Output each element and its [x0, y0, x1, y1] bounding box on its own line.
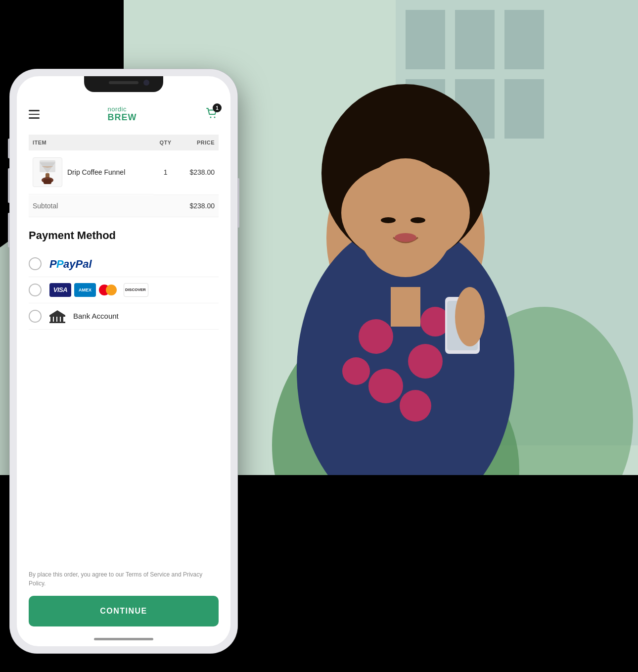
paypal-option[interactable]: P P ayPal — [29, 251, 219, 277]
svg-point-15 — [368, 369, 403, 403]
power-button — [237, 178, 239, 228]
product-qty: 1 — [153, 150, 178, 194]
paypal-logo: P P ayPal — [49, 257, 94, 271]
logo-brew-text: BREW — [108, 113, 137, 123]
svg-rect-19 — [391, 287, 420, 327]
speaker — [109, 81, 138, 84]
phone-mockup: nordic BREW 1 — [10, 69, 237, 653]
svg-rect-37 — [44, 179, 51, 184]
front-camera — [143, 80, 149, 86]
svg-rect-45 — [61, 317, 63, 322]
svg-marker-47 — [49, 310, 65, 315]
svg-point-28 — [455, 287, 485, 346]
svg-point-32 — [210, 117, 212, 118]
col-price: PRICE — [178, 135, 219, 150]
cart-button[interactable]: 1 — [205, 106, 219, 122]
volume-mute-button — [8, 139, 10, 158]
volume-up-button — [8, 168, 10, 203]
svg-point-13 — [359, 319, 393, 354]
col-qty: QTY — [153, 135, 178, 150]
svg-point-25 — [395, 233, 416, 242]
svg-rect-4 — [504, 10, 544, 69]
svg-rect-3 — [455, 10, 495, 69]
svg-point-33 — [214, 117, 216, 118]
svg-rect-7 — [504, 79, 544, 139]
table-row: Drip Coffee Funnel 1 $238.00 — [29, 150, 219, 194]
terms-text: By place this order, you agree to our Te… — [29, 560, 219, 588]
continue-button[interactable]: CONTINUE — [29, 596, 219, 626]
product-image — [33, 157, 62, 187]
app-logo: nordic BREW — [108, 106, 137, 123]
svg-text:P: P — [49, 258, 57, 270]
svg-rect-44 — [57, 317, 60, 322]
svg-rect-46 — [49, 322, 65, 323]
mastercard-logo — [99, 283, 121, 297]
amex-logo: AMEX — [74, 283, 96, 297]
app-header: nordic BREW 1 — [29, 106, 219, 123]
svg-point-24 — [410, 217, 425, 223]
home-indicator — [94, 638, 153, 640]
bank-option[interactable]: Bank Account — [29, 303, 219, 330]
product-price: $238.00 — [178, 150, 219, 194]
volume-down-button — [8, 213, 10, 247]
svg-point-23 — [381, 217, 396, 223]
subtotal-row: Subtotal $238.00 — [29, 195, 219, 217]
col-item: ITEM — [29, 135, 153, 150]
card-logos: VISA AMEX DISCOVER — [49, 283, 148, 297]
svg-point-22 — [356, 158, 455, 277]
card-option[interactable]: VISA AMEX DISCOVER — [29, 277, 219, 303]
bank-radio[interactable] — [29, 310, 42, 323]
cart-badge: 1 — [213, 103, 222, 112]
svg-rect-2 — [406, 10, 445, 69]
order-table: ITEM QTY PRICE — [29, 135, 219, 195]
bank-account-option: Bank Account — [49, 309, 119, 323]
svg-rect-43 — [54, 317, 56, 322]
logo-nordic-text: nordic — [108, 106, 127, 113]
svg-point-18 — [400, 390, 431, 422]
svg-rect-42 — [50, 317, 53, 322]
svg-text:ayPal: ayPal — [63, 258, 92, 270]
phone-notch — [84, 76, 163, 92]
subtotal-label: Subtotal — [33, 202, 58, 210]
svg-point-14 — [408, 344, 443, 379]
visa-logo: VISA — [49, 283, 71, 297]
subtotal-amount: $238.00 — [189, 202, 215, 210]
svg-text:P: P — [56, 258, 64, 270]
svg-rect-41 — [49, 315, 65, 317]
bank-account-label: Bank Account — [73, 312, 119, 320]
paypal-radio[interactable] — [29, 257, 42, 270]
payment-section-title: Payment Method — [29, 229, 219, 242]
product-name: Drip Coffee Funnel — [67, 168, 125, 177]
svg-point-17 — [342, 357, 370, 385]
card-radio[interactable] — [29, 284, 42, 296]
hamburger-menu-button[interactable] — [29, 110, 40, 119]
discover-logo: DISCOVER — [124, 283, 148, 297]
